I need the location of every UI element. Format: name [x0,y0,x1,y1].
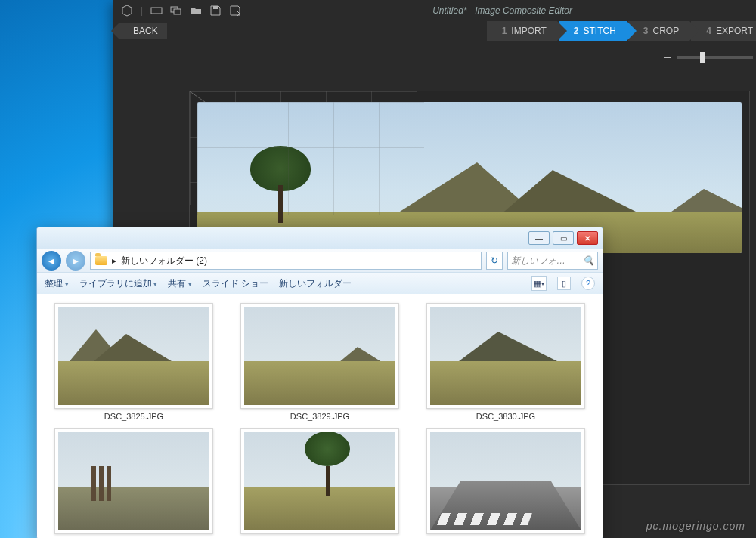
file-name: DSC_3825.JPG [104,412,163,421]
svg-rect-0 [151,8,162,14]
nav-forward-button[interactable]: ► [66,251,85,271]
maximize-button[interactable]: ▭ [553,231,574,245]
thumbnail-frame [426,428,585,534]
preview-pane-button[interactable]: ▯ [557,277,571,290]
file-item[interactable]: DSC_3830.JPG [424,303,587,421]
back-label: BACK [133,26,158,36]
search-icon: 🔍 [583,255,594,266]
thumbnail-image [430,307,581,405]
search-placeholder: 新しいフォ… [511,255,565,267]
path-sep: ▸ [112,255,116,266]
file-name: DSC_3829.JPG [290,412,349,421]
address-box[interactable]: ▸ 新しいフォルダー (2) [90,252,482,270]
zoom-minus-icon[interactable] [664,57,671,58]
explorer-toolbar: 整理 ライブラリに追加 共有 スライド ショー 新しいフォルダー ▦▾ ▯ ? [37,273,603,295]
step-import[interactable]: 1IMPORT [487,21,557,41]
thumbnail-frame [426,303,585,409]
svg-rect-3 [213,6,218,9]
step-crop[interactable]: 3CROP [628,21,689,41]
thumbnail-image [58,307,209,405]
file-name: DSC_3830.JPG [476,412,535,421]
thumbnail-frame [54,428,213,534]
svg-rect-7 [197,102,424,215]
panorama-icon[interactable] [150,5,163,17]
thumbnail-image [244,307,395,405]
file-item[interactable]: DSC_3829.JPG [238,303,401,421]
zoom-thumb[interactable] [700,52,705,63]
save-as-icon[interactable] [229,5,241,17]
file-item[interactable]: DSC_3825.JPG [52,303,215,421]
watermark: pc.mogeringo.com [646,520,745,532]
zoom-track[interactable] [677,56,753,59]
step-label: IMPORT [511,26,546,36]
pano-grid [197,102,424,215]
share-menu[interactable]: 共有 [168,277,192,290]
minimize-button[interactable]: ― [528,231,550,245]
ice-step-bar: BACK 1IMPORT2STITCH3CROP4EXPORT [113,21,756,41]
help-button[interactable]: ? [581,277,595,290]
step-label: EXPORT [716,26,753,36]
step-label: STITCH [583,26,615,36]
save-icon[interactable] [209,5,222,17]
slideshow-button[interactable]: スライド ショー [203,277,268,290]
search-box[interactable]: 新しいフォ… 🔍 [507,252,598,270]
file-item[interactable]: DSC_3835.JPG [52,428,215,538]
svg-rect-2 [174,9,181,14]
thumbnail-image [430,432,581,530]
thumbnail-image [58,432,209,530]
close-button[interactable]: ✕ [577,231,598,245]
refresh-button[interactable]: ↻ [486,252,503,270]
cube-icon[interactable] [121,5,133,17]
organize-menu[interactable]: 整理 [45,277,69,290]
step-num: 2 [574,26,579,36]
folder-icon[interactable] [190,5,202,17]
path-text: 新しいフォルダー (2) [121,255,207,267]
view-mode-button[interactable]: ▦▾ [531,276,547,291]
step-num: 4 [706,26,711,36]
nav-back-button[interactable]: ◄ [42,251,61,271]
explorer-body[interactable]: DSC_3825.JPGDSC_3829.JPGDSC_3830.JPGDSC_… [37,294,603,538]
add-library-menu[interactable]: ライブラリに追加 [79,277,158,290]
back-button[interactable]: BACK [119,23,167,39]
zoom-slider[interactable] [664,56,753,59]
explorer-window: ― ▭ ✕ ◄ ► ▸ 新しいフォルダー (2) ↻ 新しいフォ… 🔍 整理 ラ… [36,227,603,538]
thumbnail-frame [54,303,213,409]
step-label: CROP [653,26,680,36]
ice-title: Untitled* - Image Composite Editor [249,5,756,16]
thumbnail-image [244,432,395,530]
folder-icon [95,256,107,265]
ice-toolbar: | Untitled* - Image Composite Editor [113,0,756,21]
thumbnail-frame [240,428,399,534]
explorer-address-bar: ◄ ► ▸ 新しいフォルダー (2) ↻ 新しいフォ… 🔍 [37,249,603,273]
explorer-titlebar[interactable]: ― ▭ ✕ [37,227,603,249]
step-num: 3 [643,26,649,36]
step-export[interactable]: 4EXPORT [691,21,756,41]
step-num: 1 [502,26,507,36]
thumbnail-frame [240,303,399,409]
step-stitch[interactable]: 2STITCH [559,21,627,41]
file-item[interactable]: DSC_3837.JPG [238,428,401,538]
new-folder-button[interactable]: 新しいフォルダー [279,277,352,290]
file-item[interactable]: DSC_3849.JPG [424,428,587,538]
images-icon[interactable] [170,5,182,17]
